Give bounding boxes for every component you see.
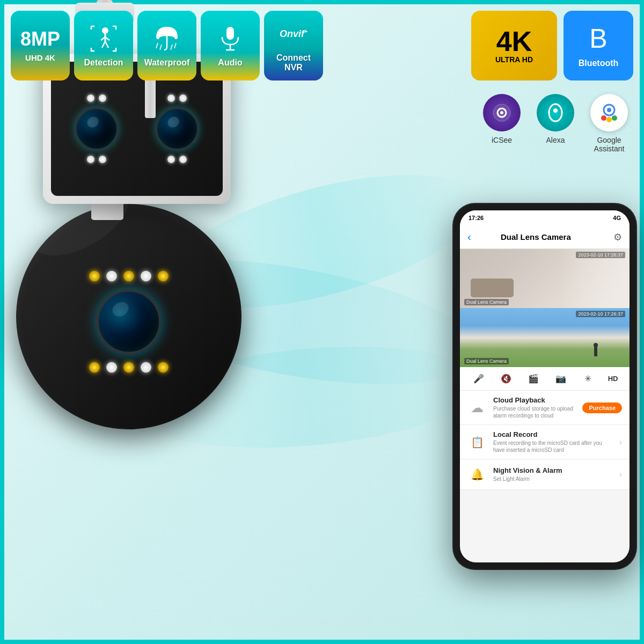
ptz-led-yellow-1: [89, 271, 100, 282]
ptz-led-yellow-6: [158, 362, 169, 373]
snapshot-icon[interactable]: 📷: [553, 371, 568, 386]
badge-onvif: Onvif+ Connect NVR: [264, 11, 323, 80]
settings-icon[interactable]: ⚙: [613, 231, 622, 243]
ptz-led-white-2: [141, 271, 151, 282]
control-bar: 🎤 🔇 🎬 📷 ✳ HD: [460, 367, 630, 391]
night-vision-icon: 🔔: [471, 468, 484, 481]
badge-bluetooth-label: Bluetooth: [579, 58, 619, 68]
camera-feed-2: 2023-02-10 17:26:37 Dual Lens Camera: [460, 308, 630, 367]
camera-feed-1: 2023-02-10 17:26:37 Dual Lens Camera: [460, 249, 630, 308]
feed-1-label: Dual Lens Camera: [464, 299, 509, 305]
back-button[interactable]: ‹: [467, 231, 471, 243]
svg-point-20: [607, 108, 611, 112]
led-7: [167, 156, 175, 163]
local-record-chevron: ›: [619, 437, 622, 447]
badge-detection: Detection: [74, 11, 133, 80]
led-3: [87, 156, 94, 163]
led-row-bottom: [87, 156, 106, 163]
page-container: 8MP UHD 4K: [0, 0, 644, 644]
icsee-icon: [483, 94, 521, 131]
night-vision-subtitle: Set Light Alarm: [493, 475, 613, 482]
phone-status-bar: 17:26 4G: [460, 210, 630, 225]
svg-point-18: [553, 108, 558, 113]
phone-mockup: 17:26 4G ‹ Dual Lens Camera ⚙ 2023-02-10…: [453, 204, 636, 569]
svg-line-5: [105, 41, 108, 48]
badge-audio: Audio: [201, 11, 260, 80]
svg-line-4: [102, 41, 105, 48]
svg-point-22: [606, 117, 612, 122]
svg-line-8: [160, 45, 162, 50]
record-icon[interactable]: 🎬: [526, 371, 541, 386]
phone-screen: 17:26 4G ‹ Dual Lens Camera ⚙ 2023-02-10…: [460, 210, 630, 562]
night-vision-row[interactable]: 🔔 Night Vision & Alarm Set Light Alarm ›: [460, 459, 630, 490]
mic-icon[interactable]: 🎤: [471, 371, 486, 386]
ptz-upper-leds: [89, 271, 169, 282]
purchase-button[interactable]: Purchase: [582, 402, 622, 413]
ptz-led-yellow-5: [123, 362, 134, 373]
right-led-row-top: [167, 94, 187, 102]
bluetooth-icon: B: [589, 23, 607, 54]
cloud-playback-row: ☁ Cloud Playback Purchase cloud storage …: [460, 391, 630, 425]
google-assistant-label: GoogleAssistant: [594, 136, 625, 153]
local-record-icon-box: 📋: [467, 433, 487, 452]
ptz-led-yellow-4: [89, 362, 100, 373]
left-lens-group: [75, 94, 118, 163]
svg-line-7: [156, 43, 158, 48]
night-vision-text: Night Vision & Alarm Set Light Alarm: [493, 466, 613, 482]
ptz-led-white-3: [106, 362, 117, 373]
cloud-playback-text: Cloud Playback Purchase cloud storage to…: [493, 396, 576, 419]
svg-point-0: [102, 27, 108, 34]
google-assistant-icon: [590, 94, 628, 131]
left-lens: [75, 107, 118, 150]
feed-1-timestamp: 2023-02-10 17:26:37: [576, 252, 625, 258]
feed-2-timestamp: 2023-02-10 17:26:37: [576, 311, 625, 317]
right-led-row-bottom: [167, 156, 187, 163]
ptz-led-yellow-3: [158, 271, 169, 282]
alexa-icon: [537, 94, 574, 131]
svg-line-10: [174, 43, 176, 48]
waterproof-icon: [152, 24, 182, 54]
alexa-item: Alexa: [537, 94, 574, 144]
app-header-title: Dual Lens Camera: [477, 232, 595, 241]
right-lens-group: [156, 94, 199, 163]
speaker-icon[interactable]: 🔇: [499, 371, 514, 386]
phone-app-header: ‹ Dual Lens Camera ⚙: [460, 225, 630, 249]
ptz-lower-leds: [89, 362, 169, 373]
svg-rect-11: [226, 27, 234, 40]
local-record-subtitle: Event recording to the microSD card afte…: [493, 440, 613, 453]
settings-small-icon[interactable]: ✳: [581, 371, 596, 386]
led-row-top: [87, 94, 106, 102]
cloud-playback-subtitle: Purchase cloud storage to upload alarm r…: [493, 405, 576, 419]
cloud-playback-title: Cloud Playback: [493, 396, 576, 404]
svg-point-21: [601, 115, 606, 121]
detection-icon: [89, 24, 119, 54]
cloud-icon-box: ☁: [467, 398, 487, 418]
ptz-main-lens: [97, 290, 161, 354]
local-record-title: Local Record: [493, 430, 613, 438]
badge-detection-label: Detection: [84, 58, 123, 68]
local-record-row[interactable]: 📋 Local Record Event recording to the mi…: [460, 425, 630, 459]
led-5: [167, 94, 175, 102]
badge-waterproof-label: Waterproof: [144, 58, 190, 68]
phone-time: 17:26: [469, 215, 484, 221]
badge-8mp: 8MP UHD 4K: [11, 11, 70, 80]
top-right-badges: 4K ULTRA HD B Bluetooth: [471, 11, 633, 80]
night-vision-chevron: ›: [619, 470, 622, 479]
ptz-dome-camera: [16, 204, 274, 462]
led-6: [179, 94, 187, 102]
cloud-icon: ☁: [471, 400, 484, 415]
led-8: [179, 156, 187, 163]
badge-8mp-sub: UHD 4K: [25, 53, 55, 62]
person-silhouette: [594, 347, 597, 356]
badge-audio-label: Audio: [218, 58, 242, 68]
hd-button[interactable]: HD: [608, 375, 618, 383]
badge-8mp-text: 8MP: [20, 30, 60, 49]
ptz-led-yellow-2: [123, 271, 134, 282]
led-4: [99, 156, 106, 163]
ptz-lens-area: [89, 271, 169, 373]
smart-home-icons: iCSee Alexa GoogleAssista: [483, 94, 628, 153]
ptz-led-white-1: [106, 271, 117, 282]
badge-onvif-label: Connect NVR: [269, 53, 318, 72]
top-badges-row: 8MP UHD 4K: [11, 11, 323, 80]
badge-4k-sub: ULTRA HD: [495, 55, 533, 64]
